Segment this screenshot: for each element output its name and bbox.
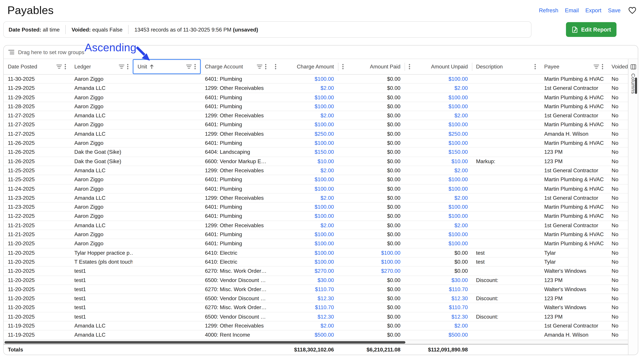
- edit-report-button[interactable]: Edit Report: [566, 22, 616, 37]
- cell-charge-amount[interactable]: $100.00: [271, 203, 338, 211]
- filter-lines-icon[interactable]: [594, 64, 599, 69]
- email-link[interactable]: Email: [565, 7, 579, 13]
- kebab-icon[interactable]: [534, 64, 536, 70]
- cell-charge-amount[interactable]: $2.00: [271, 166, 338, 175]
- cell-amount-paid[interactable]: $100.00: [338, 257, 404, 266]
- table-row[interactable]: 11-23-2025Aaron Ziggo6401: Plumbing$100.…: [4, 203, 628, 212]
- table-row[interactable]: 11-20-2025test16270: Misc. Work Order…$1…: [4, 285, 628, 294]
- cell-amount-unpaid[interactable]: $250.00: [404, 130, 472, 138]
- table-row[interactable]: 11-20-2025test16500: Vendor Discount …$1…: [4, 294, 628, 303]
- cell-charge-amount[interactable]: $110.70: [271, 285, 338, 294]
- cell-amount-paid[interactable]: $100.00: [338, 248, 404, 257]
- table-row[interactable]: 11-21-2025Aaron Ziggo6401: Plumbing$100.…: [4, 230, 628, 239]
- cell-amount-unpaid[interactable]: $100.00: [404, 175, 472, 184]
- cell-amount-unpaid[interactable]: $2.00: [404, 221, 472, 230]
- filter-lines-icon[interactable]: [56, 64, 62, 69]
- cell-amount-unpaid[interactable]: $100.00: [404, 93, 472, 102]
- table-row[interactable]: 11-27-2025Amanda LLC1299: Other Receivab…: [4, 130, 628, 139]
- filter-lines-icon[interactable]: [186, 64, 192, 69]
- cell-amount-unpaid[interactable]: $12.30: [404, 294, 472, 303]
- kebab-icon[interactable]: [265, 64, 266, 70]
- cell-charge-amount[interactable]: $100.00: [271, 239, 338, 248]
- table-row[interactable]: 11-26-2025Dak the Goat (Sike)6404: Lands…: [4, 148, 628, 157]
- table-row[interactable]: 11-25-2025Amanda LLC1299: Other Receivab…: [4, 166, 628, 175]
- cell-amount-unpaid[interactable]: $12.30: [404, 312, 472, 321]
- cell-charge-amount[interactable]: $100.00: [271, 120, 338, 129]
- table-row[interactable]: 11-19-2025Amanda LLC4000: Rent Income$50…: [4, 331, 628, 340]
- cell-charge-amount[interactable]: $2.00: [271, 111, 338, 120]
- cell-charge-amount[interactable]: $100.00: [271, 212, 338, 220]
- cell-charge-amount[interactable]: $150.00: [271, 148, 338, 157]
- cell-amount-unpaid[interactable]: $100.00: [404, 75, 472, 83]
- column-header-charge-amount[interactable]: Charge Amount: [271, 59, 338, 74]
- cell-charge-amount[interactable]: $100.00: [271, 93, 338, 102]
- cell-amount-paid[interactable]: $270.00: [338, 267, 404, 275]
- cell-amount-unpaid[interactable]: $500.00: [404, 331, 472, 339]
- cell-charge-amount[interactable]: $500.00: [271, 331, 338, 339]
- table-row[interactable]: 11-26-2025Aaron Ziggo6401: Plumbing$100.…: [4, 139, 628, 148]
- cell-charge-amount[interactable]: $100.00: [271, 257, 338, 266]
- cell-charge-amount[interactable]: $12.30: [271, 312, 338, 321]
- table-row[interactable]: 11-20-2025test16500: Vendor Discount …$1…: [4, 312, 628, 322]
- column-header-ledger[interactable]: Ledger: [70, 59, 133, 74]
- table-row[interactable]: 11-24-2025Aaron Ziggo6401: Plumbing$100.…: [4, 184, 628, 193]
- table-row[interactable]: 11-26-2025Dak the Goat (Sike)6600: Vendo…: [4, 157, 628, 166]
- cell-amount-unpaid[interactable]: $2.00: [404, 84, 472, 93]
- cell-amount-unpaid[interactable]: $2.00: [404, 322, 472, 330]
- table-row[interactable]: 11-28-2025Aaron Ziggo6401: Plumbing$100.…: [4, 102, 628, 111]
- cell-charge-amount[interactable]: $2.00: [271, 193, 338, 202]
- cell-charge-amount[interactable]: $100.00: [271, 248, 338, 257]
- cell-charge-amount[interactable]: $100.00: [271, 230, 338, 239]
- filter-lines-icon[interactable]: [119, 64, 124, 69]
- cell-charge-amount[interactable]: $100.00: [271, 139, 338, 147]
- cell-amount-unpaid[interactable]: $100.00: [404, 120, 472, 129]
- heart-icon[interactable]: [628, 6, 636, 14]
- table-row[interactable]: 11-23-2025Amanda LLC1299: Other Receivab…: [4, 193, 628, 203]
- cell-amount-unpaid[interactable]: $100.00: [404, 230, 472, 239]
- cell-amount-unpaid[interactable]: $150.00: [404, 148, 472, 157]
- horizontal-scrollbar-thumb[interactable]: [4, 341, 406, 344]
- cell-amount-unpaid[interactable]: $100.00: [404, 139, 472, 147]
- voided-filter[interactable]: Voided: equals False: [72, 26, 122, 32]
- table-row[interactable]: 11-21-2025Amanda LLC1299: Other Receivab…: [4, 221, 628, 230]
- table-row[interactable]: 11-29-2025Amanda LLC1299: Other Receivab…: [4, 84, 628, 93]
- column-header-date-posted[interactable]: Date Posted: [4, 59, 70, 74]
- cell-charge-amount[interactable]: $100.00: [271, 102, 338, 111]
- refresh-link[interactable]: Refresh: [539, 7, 558, 13]
- cell-amount-unpaid[interactable]: $110.70: [404, 303, 472, 312]
- column-header-voided[interactable]: Voided: [608, 59, 628, 74]
- kebab-icon[interactable]: [602, 64, 603, 70]
- table-row[interactable]: 11-22-2025Aaron Ziggo6401: Plumbing$100.…: [4, 212, 628, 221]
- table-row[interactable]: 11-20-2025test16270: Misc. Work Order…$2…: [4, 267, 628, 276]
- horizontal-scrollbar[interactable]: [4, 340, 628, 344]
- table-row[interactable]: 11-30-2025Aaron Ziggo6401: Plumbing$100.…: [4, 75, 628, 84]
- columns-panel-tab[interactable]: Columns: [628, 59, 638, 355]
- column-header-payee[interactable]: Payee: [540, 59, 608, 74]
- cell-charge-amount[interactable]: $100.00: [271, 175, 338, 184]
- table-row[interactable]: 11-25-2025Aaron Ziggo6401: Plumbing$100.…: [4, 175, 628, 184]
- cell-charge-amount[interactable]: $2.00: [271, 322, 338, 330]
- cell-charge-amount[interactable]: $12.30: [271, 294, 338, 303]
- kebab-icon[interactable]: [342, 64, 344, 70]
- kebab-icon[interactable]: [64, 64, 66, 70]
- table-row[interactable]: 11-19-2025Amanda LLC1299: Other Receivab…: [4, 322, 628, 331]
- cell-amount-unpaid[interactable]: $100.00: [404, 239, 472, 248]
- vertical-scrollbar-thumb[interactable]: [635, 78, 637, 94]
- cell-amount-unpaid[interactable]: $100.00: [404, 184, 472, 193]
- cell-amount-unpaid[interactable]: $2.00: [404, 111, 472, 120]
- kebab-icon[interactable]: [127, 64, 129, 70]
- table-row[interactable]: 11-20-2025Aaron Ziggo6401: Plumbing$100.…: [4, 239, 628, 248]
- table-row[interactable]: 11-27-2025Amanda LLC1299: Other Receivab…: [4, 111, 628, 120]
- cell-amount-unpaid[interactable]: $110.70: [404, 285, 472, 294]
- cell-charge-amount[interactable]: $2.00: [271, 84, 338, 93]
- column-header-description[interactable]: Description: [472, 59, 540, 74]
- filter-lines-icon[interactable]: [257, 64, 262, 69]
- table-row[interactable]: 11-29-2025Aaron Ziggo6401: Plumbing$100.…: [4, 93, 628, 102]
- table-row[interactable]: 11-27-2025Aaron Ziggo6401: Plumbing$100.…: [4, 120, 628, 130]
- table-row[interactable]: 11-20-2025test16270: Misc. Work Order…$1…: [4, 303, 628, 312]
- table-row[interactable]: 11-20-2025T Estates (pls dont touch)6410…: [4, 257, 628, 266]
- cell-charge-amount[interactable]: $30.00: [271, 276, 338, 285]
- table-row[interactable]: 11-20-2025test16500: Vendor Discount …$3…: [4, 276, 628, 285]
- cell-amount-unpaid[interactable]: $100.00: [404, 203, 472, 211]
- cell-charge-amount[interactable]: $10.00: [271, 157, 338, 166]
